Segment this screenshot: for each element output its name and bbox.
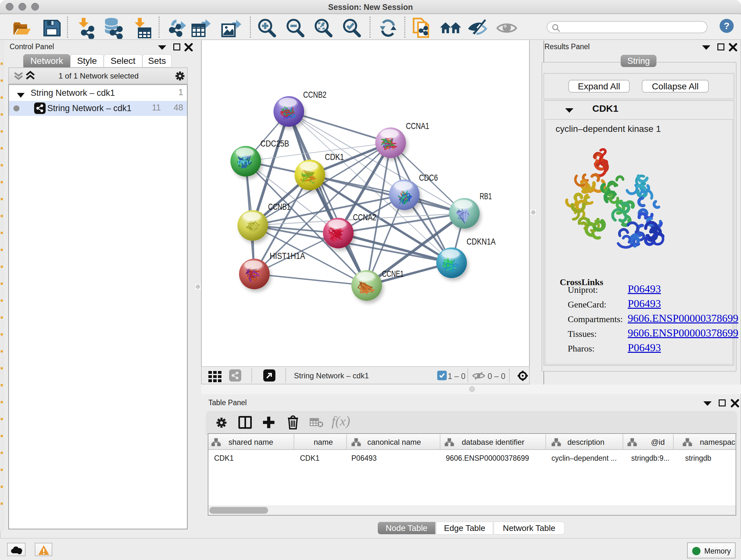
- svg-text:CCNA2: CCNA2: [353, 212, 376, 222]
- svg-text:CCNB2: CCNB2: [303, 90, 327, 100]
- svg-text:CCNB1: CCNB1: [268, 202, 290, 212]
- svg-text:?: ?: [724, 20, 730, 31]
- svg-text:HIST1H1A: HIST1H1A: [270, 251, 305, 261]
- svg-text:CDK1: CDK1: [325, 152, 344, 162]
- svg-text:CCNE1: CCNE1: [382, 269, 404, 279]
- svg-text:CDC6: CDC6: [419, 173, 438, 183]
- svg-text:CDC25B: CDC25B: [260, 138, 289, 148]
- svg-text:CDKN1A: CDKN1A: [467, 237, 495, 246]
- svg-text:CCNA1: CCNA1: [406, 121, 429, 131]
- svg-text:RB1: RB1: [480, 191, 492, 201]
